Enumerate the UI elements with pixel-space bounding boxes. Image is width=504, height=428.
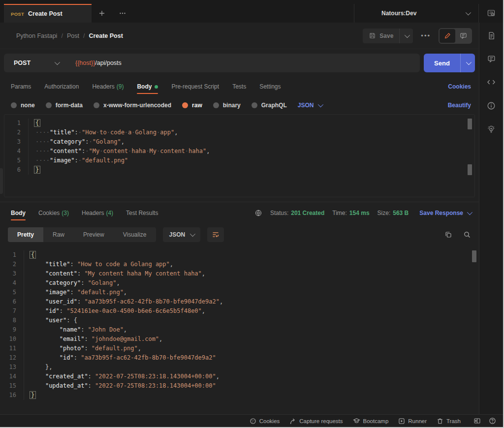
save-icon bbox=[369, 32, 376, 39]
tab-options-button[interactable] bbox=[112, 4, 133, 23]
comment-mode-button[interactable] bbox=[455, 29, 471, 43]
tab-label: Pre-request Script bbox=[171, 83, 219, 90]
tab-label: Headers bbox=[82, 210, 104, 216]
line-number: 5 bbox=[4, 156, 28, 165]
line-number: 16 bbox=[0, 391, 24, 400]
body-type-graphql[interactable]: GraphQL bbox=[252, 102, 287, 109]
globe-icon bbox=[254, 209, 262, 217]
scrollbar-thumb[interactable] bbox=[468, 119, 472, 129]
status-value: 201 Created bbox=[291, 210, 324, 216]
breadcrumb: Python Fastapi / Post / Create Post bbox=[16, 32, 123, 39]
tab-headers[interactable]: Headers(9) bbox=[92, 77, 124, 96]
tab-body[interactable]: Body bbox=[137, 77, 158, 96]
statusbar-trash[interactable]: Trash bbox=[437, 418, 461, 425]
send-button[interactable]: Send bbox=[424, 54, 460, 72]
body-type-urlencoded[interactable]: x-www-form-urlencoded bbox=[94, 102, 171, 109]
tab-pre-request-script[interactable]: Pre-request Script bbox=[171, 77, 219, 96]
cookies-link[interactable]: Cookies bbox=[448, 83, 471, 90]
runner-icon bbox=[398, 418, 405, 425]
tab-settings[interactable]: Settings bbox=[259, 77, 281, 96]
code-line: 1{ bbox=[4, 119, 474, 128]
code-line: 7 "id": "524161ee-0ac0-4500-b6e6-6c6e5b5… bbox=[0, 306, 479, 316]
view-tab-preview[interactable]: Preview bbox=[74, 227, 114, 242]
request-url-row: POST {{host}}/api/posts Send bbox=[0, 49, 479, 77]
request-tab-strip: POST Create Post Natours:Dev bbox=[0, 0, 503, 23]
split-pane-icon[interactable] bbox=[473, 417, 481, 425]
breadcrumb-folder[interactable]: Post bbox=[67, 32, 79, 39]
radio-label: binary bbox=[223, 102, 241, 109]
copy-icon[interactable] bbox=[444, 231, 452, 239]
line-number: 4 bbox=[4, 147, 28, 156]
size-label: Size: bbox=[378, 210, 391, 216]
environment-name: Natours:Dev bbox=[381, 10, 416, 17]
response-tab-body[interactable]: Body bbox=[11, 203, 26, 223]
response-tab-cookies[interactable]: Cookies(3) bbox=[38, 203, 69, 223]
url-input[interactable]: {{host}}/api/posts bbox=[66, 60, 122, 66]
save-button[interactable]: Save bbox=[363, 29, 399, 43]
line-number: 8 bbox=[0, 316, 24, 325]
code-snippet-icon[interactable] bbox=[487, 78, 496, 87]
new-tab-button[interactable] bbox=[92, 4, 112, 23]
statusbar-bootcamp[interactable]: Bootcamp bbox=[353, 417, 389, 425]
body-type-form-data[interactable]: form-data bbox=[46, 102, 83, 109]
code-line: 11 "photo": "default.png", bbox=[0, 344, 479, 353]
tab-tests[interactable]: Tests bbox=[232, 77, 246, 96]
sidebar-collapse-handle[interactable] bbox=[0, 168, 3, 194]
open-request-tab[interactable]: POST Create Post bbox=[4, 4, 92, 23]
statusbar-label: Trash bbox=[446, 418, 461, 424]
breadcrumb-request-name[interactable]: Create Post bbox=[89, 32, 123, 39]
code-line: 9 "name": "John Doe", bbox=[0, 325, 479, 335]
wrap-lines-button[interactable] bbox=[207, 227, 224, 242]
help-icon[interactable] bbox=[489, 417, 496, 425]
status-bar: Cookies Capture requests Bootcamp Runner… bbox=[0, 414, 503, 427]
body-type-none[interactable]: none bbox=[11, 102, 35, 109]
code-line: 6 "user_id": "aa73b95f-ac62-42fb-8b70-bf… bbox=[0, 297, 479, 306]
chevron-down-icon bbox=[467, 210, 472, 215]
response-tab-test-results[interactable]: Test Results bbox=[126, 203, 158, 223]
line-number: 9 bbox=[0, 325, 24, 335]
lightbulb-icon[interactable] bbox=[487, 125, 496, 134]
info-icon[interactable] bbox=[487, 101, 496, 110]
edit-mode-button[interactable] bbox=[440, 29, 455, 43]
scrollbar-thumb[interactable] bbox=[468, 164, 472, 175]
tab-params[interactable]: Params bbox=[11, 77, 31, 96]
view-tab-pretty[interactable]: Pretty bbox=[8, 227, 43, 242]
statusbar-cookies[interactable]: Cookies bbox=[250, 418, 280, 425]
body-type-raw[interactable]: raw bbox=[182, 102, 202, 109]
search-icon[interactable] bbox=[463, 231, 471, 239]
response-body-editor[interactable]: 1{2 "title": "How to code a Golang app",… bbox=[0, 245, 479, 414]
environment-quick-look-button[interactable] bbox=[479, 4, 503, 23]
save-response-button[interactable]: Save Response bbox=[419, 210, 471, 216]
comments-icon[interactable] bbox=[487, 55, 496, 63]
save-options-button[interactable] bbox=[399, 29, 413, 43]
statusbar-runner[interactable]: Runner bbox=[398, 418, 427, 425]
url-bar: POST {{host}}/api/posts bbox=[4, 54, 420, 72]
line-number: 12 bbox=[0, 353, 24, 363]
raw-format-value: JSON bbox=[298, 102, 314, 109]
tab-method-label: POST bbox=[11, 11, 24, 17]
code-line: 3····"category":·"Golang", bbox=[4, 137, 474, 147]
method-selector[interactable]: POST bbox=[4, 60, 66, 66]
request-more-actions-button[interactable]: ••• bbox=[419, 32, 433, 39]
tab-label: Settings bbox=[259, 83, 281, 90]
send-options-button[interactable] bbox=[460, 54, 475, 72]
tab-authorization[interactable]: Authorization bbox=[44, 77, 79, 96]
view-tab-raw[interactable]: Raw bbox=[43, 227, 74, 242]
tab-label: Tests bbox=[232, 83, 246, 90]
line-number: 6 bbox=[0, 297, 24, 306]
postman-window: POST Create Post Natours:Dev Python Fast… bbox=[0, 0, 504, 428]
radio-label: none bbox=[21, 102, 35, 109]
scrollbar-thumb[interactable] bbox=[472, 250, 476, 262]
code-line: 10 "email": "johndoe@gmail.com", bbox=[0, 335, 479, 344]
beautify-link[interactable]: Beautify bbox=[448, 102, 471, 109]
statusbar-capture-requests[interactable]: Capture requests bbox=[289, 418, 343, 425]
view-tab-visualize[interactable]: Visualize bbox=[114, 227, 156, 242]
breadcrumb-collection[interactable]: Python Fastapi bbox=[16, 32, 57, 39]
body-type-binary[interactable]: binary bbox=[213, 102, 241, 109]
environment-selector[interactable]: Natours:Dev bbox=[354, 4, 478, 23]
raw-format-selector[interactable]: JSON bbox=[298, 102, 322, 109]
documentation-icon[interactable] bbox=[487, 31, 496, 40]
response-tab-headers[interactable]: Headers(4) bbox=[82, 203, 113, 223]
request-body-editor[interactable]: 1{2····"title":·"How·to·code·a·Golang·ap… bbox=[4, 114, 475, 197]
response-format-selector[interactable]: JSON bbox=[163, 227, 201, 242]
